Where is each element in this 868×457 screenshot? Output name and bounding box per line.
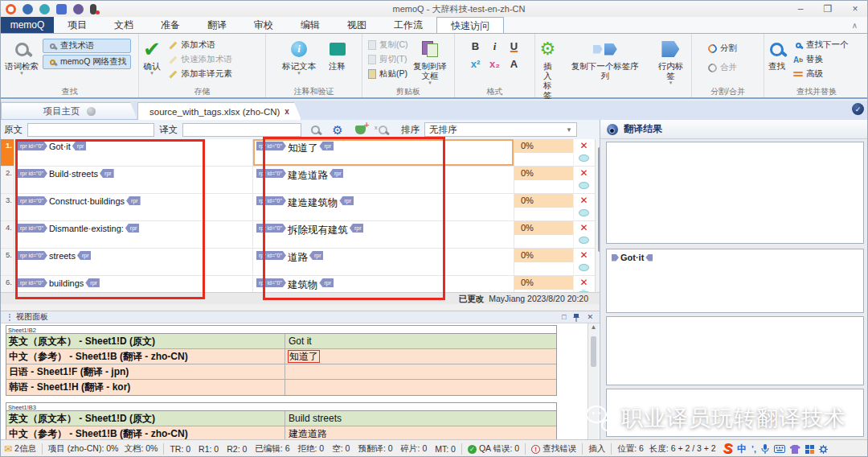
join-button[interactable]: 合并 <box>703 61 741 74</box>
tab-workflow[interactable]: 工作流 <box>380 17 436 33</box>
insert-tag-button[interactable]: ⚙ 插入标签 <box>537 36 559 101</box>
segment-status-cell[interactable]: ✕ <box>573 249 594 275</box>
tab-prepare[interactable]: 准备 <box>147 17 194 33</box>
grid-row[interactable]: 2. rpr id="0" Build·streets rpr rpr id="… <box>1 167 600 194</box>
paste-button[interactable]: 粘贴(P) <box>364 68 406 80</box>
drag-grip-icon[interactable] <box>9 314 11 321</box>
tab-review[interactable]: 审校 <box>240 17 287 33</box>
collapse-ribbon-icon[interactable]: ∧ <box>852 17 868 33</box>
confirm-button[interactable]: ✔ 确认▾ <box>141 36 163 76</box>
filter-search-icon[interactable] <box>306 126 324 134</box>
tab-document-source-with-tags[interactable]: source_with_tags.xlsx (zho-CN) x <box>137 102 301 120</box>
close-button[interactable]: × <box>841 1 868 17</box>
grid-row[interactable]: 5. rpr id="0" streets rpr rpr id="0" 道路 … <box>1 249 600 276</box>
add-non-translatable-button[interactable]: 添加非译元素 <box>165 68 236 80</box>
source-filter-input[interactable] <box>27 123 154 137</box>
gears-icon[interactable] <box>39 4 50 14</box>
clear-filter-icon[interactable] <box>374 126 391 134</box>
add-term-button[interactable]: 添加术语 <box>165 39 236 51</box>
target-cell[interactable]: rpr id="0" 建造建筑物 rpr <box>253 194 514 220</box>
target-cell[interactable]: rpr id="0" 建造道路 rpr <box>253 167 514 193</box>
termbase-icon[interactable] <box>56 4 67 14</box>
tab-project-home[interactable]: 项目主页 <box>1 102 137 120</box>
comment-bubble-icon[interactable] <box>579 154 589 162</box>
replace-button[interactable]: Ab替换 <box>789 53 853 66</box>
tab-translate[interactable]: 翻译 <box>194 17 240 33</box>
filter-settings-icon[interactable]: ⚙ <box>329 124 346 136</box>
restore-button[interactable]: ❐ <box>814 1 841 17</box>
cascade-filter-icon[interactable] <box>351 126 369 134</box>
bold-button[interactable]: B <box>468 40 484 53</box>
help-icon[interactable] <box>23 4 33 14</box>
results-list[interactable] <box>606 142 864 244</box>
segment-status-cell[interactable]: ✕ <box>573 276 594 293</box>
source-cell[interactable]: rpr id="0" Construct·buildings rpr <box>14 194 253 220</box>
qa-errors-status[interactable]: ✓QA 错误: 0 <box>468 443 519 455</box>
memoq-logo-icon[interactable] <box>6 4 16 14</box>
copy-to-target-button[interactable]: 复制到译文框▾ <box>407 36 452 86</box>
highlight-button[interactable]: A <box>506 58 522 70</box>
target-cell[interactable]: rpr id="0" 拆除现有建筑 rpr <box>253 221 514 248</box>
target-cell[interactable]: rpr id="0" 建筑物 rpr <box>253 276 514 293</box>
source-cell[interactable]: rpr id="0" streets rpr <box>14 249 253 275</box>
copy-next-tag-seq-button[interactable]: 复制下一个标签序列 <box>565 36 645 81</box>
target-filter-input[interactable] <box>182 123 301 137</box>
copy-button[interactable]: 复制(C) <box>364 39 406 51</box>
close-pane-icon[interactable]: ✕ <box>587 313 593 321</box>
subscript-button[interactable]: x₂ <box>487 58 503 70</box>
advanced-find-button[interactable]: 高级 <box>789 68 853 80</box>
tab-document[interactable]: 文档 <box>100 17 147 33</box>
float-window-icon[interactable]: □ <box>562 313 566 321</box>
ime-punctuation-toggle[interactable]: ’, <box>751 444 756 454</box>
segment-status-cell[interactable]: ✕ <box>573 194 594 220</box>
source-cell[interactable]: rpr id="0" buildings rpr <box>14 276 253 293</box>
ime-skin-icon[interactable] <box>790 445 800 454</box>
comment-button[interactable]: 注释 <box>326 36 348 72</box>
find-button[interactable]: 查找 <box>766 36 788 72</box>
ime-keyboard-icon[interactable] <box>774 445 785 453</box>
tab-close-icon[interactable]: x <box>285 107 289 116</box>
tab-memoq[interactable]: memoQ <box>1 17 54 33</box>
target-cell[interactable]: rpr id="0" 道路 rpr <box>253 249 514 275</box>
concordance-button[interactable]: 语词检索▾ <box>2 36 41 76</box>
segment-status-cell[interactable]: ✕ <box>573 139 594 166</box>
quick-add-term-button[interactable]: 快速添加术语 <box>165 53 236 66</box>
ime-settings-icon[interactable] <box>819 445 828 454</box>
comment-bubble-icon[interactable] <box>579 264 589 271</box>
grid-row[interactable]: 3. rpr id="0" Construct·buildings rpr rp… <box>1 194 600 221</box>
comment-bubble-icon[interactable] <box>579 237 589 244</box>
lookup-term-button[interactable]: 查找术语 <box>43 39 131 53</box>
memoq-badge-icon[interactable]: ✓ <box>852 103 864 115</box>
find-next-button[interactable]: 查找下一个 <box>789 39 853 51</box>
comment-bubble-icon[interactable] <box>579 209 589 216</box>
settings-gear-icon[interactable] <box>73 4 84 14</box>
result-hit-box[interactable]: Got·it <box>606 249 864 313</box>
italic-button[interactable]: i <box>487 40 503 53</box>
segment-status-cell[interactable]: ✕ <box>573 167 594 193</box>
pin-icon[interactable] <box>573 313 579 322</box>
split-button[interactable]: 分割 <box>703 42 741 55</box>
grid-row[interactable]: 6. rpr id="0" buildings rpr rpr id="0" 建… <box>1 276 600 293</box>
web-search-button[interactable]: memoQ 网络查找 <box>43 55 131 69</box>
microphone-icon[interactable] <box>90 4 96 14</box>
grid-row[interactable]: 1. rpr id="0" Got·it rpr rpr id="0" 知道了 … <box>1 139 600 167</box>
superscript-button[interactable]: x² <box>468 58 484 70</box>
source-cell[interactable]: rpr id="0" Got·it rpr <box>14 139 253 166</box>
cut-button[interactable]: 剪切(T) <box>364 53 406 66</box>
insert-mode-indicator[interactable]: 插入 <box>588 443 605 455</box>
find-errors-button[interactable]: !查找错误 <box>531 443 576 455</box>
tab-quick-access[interactable]: 快速访问 <box>436 17 504 33</box>
messages-status[interactable]: ✉2信息 <box>4 443 36 455</box>
ime-microphone-icon[interactable] <box>761 444 769 455</box>
minimize-button[interactable]: – <box>787 1 814 17</box>
grid-row[interactable]: 4. rpr id="0" Dismantle·existing: rpr rp… <box>1 221 600 249</box>
tab-view[interactable]: 视图 <box>334 17 380 33</box>
mark-text-button[interactable]: i 标记文本▾ <box>280 36 318 76</box>
sort-dropdown[interactable]: 无排序 ▼ <box>424 122 577 137</box>
sogou-logo-icon[interactable]: S <box>723 441 732 457</box>
segment-status-cell[interactable]: ✕ <box>573 221 594 248</box>
target-cell[interactable]: rpr id="0" 知道了 rpr <box>253 139 514 166</box>
inline-tags-button[interactable]: 行内标签▾ <box>652 36 690 86</box>
result-hit[interactable]: Got·it <box>612 253 858 262</box>
ime-language-toggle[interactable]: 中 <box>737 443 747 456</box>
